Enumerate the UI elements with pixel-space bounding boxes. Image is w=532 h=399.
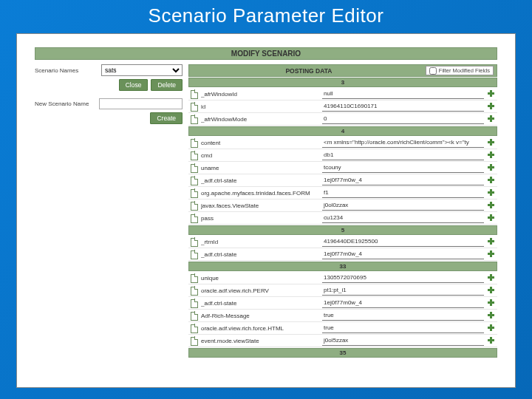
scenario-names-select[interactable]: sats — [101, 64, 183, 76]
param-name: _afrWindowId — [201, 91, 319, 98]
plus-icon[interactable] — [487, 201, 496, 210]
param-value-input[interactable] — [322, 250, 484, 259]
new-scenario-row: New Scenario Name — [35, 98, 183, 109]
plus-icon[interactable] — [487, 336, 496, 345]
scenario-names-row: Scenario Names sats — [35, 64, 183, 76]
param-value-input[interactable] — [322, 188, 484, 198]
plus-icon[interactable] — [487, 176, 496, 185]
plus-icon[interactable] — [487, 273, 496, 282]
plus-icon[interactable] — [487, 102, 496, 111]
param-name: Adf-Rich-Message — [201, 313, 319, 319]
document-icon — [190, 214, 198, 222]
filter-modified-label: Filter Modified Fields — [439, 67, 490, 74]
param-value-input[interactable] — [322, 201, 484, 211]
section-band: 35 — [188, 348, 497, 358]
document-icon — [190, 115, 198, 123]
table-row: pass — [188, 212, 497, 225]
document-icon — [190, 103, 198, 111]
param-value-input[interactable] — [322, 324, 484, 333]
param-name: javax.faces.ViewState — [201, 202, 319, 209]
param-value-input[interactable] — [322, 273, 484, 283]
param-value-input[interactable] — [322, 138, 484, 148]
param-name: org.apache.myfaces.trinidad.faces.FORM — [201, 190, 319, 197]
param-name: unique — [201, 275, 319, 282]
section-band: 5 — [188, 225, 497, 235]
document-icon — [190, 274, 198, 282]
document-icon — [190, 287, 198, 295]
plus-icon[interactable] — [487, 188, 496, 197]
scenario-names-label: Scenario Names — [35, 67, 101, 74]
param-name: id — [201, 103, 319, 110]
table-row: javax.faces.ViewState — [188, 200, 497, 212]
filter-modified-box[interactable]: Filter Modified Fields — [426, 66, 494, 75]
new-scenario-input[interactable] — [99, 98, 183, 109]
document-icon — [190, 312, 198, 320]
param-value-input[interactable] — [322, 299, 484, 308]
plus-icon[interactable] — [487, 237, 496, 246]
create-row: Create — [35, 112, 183, 124]
document-icon — [190, 250, 198, 259]
param-value-input[interactable] — [322, 163, 484, 173]
left-panel: Scenario Names sats Close Delete New Sce… — [35, 64, 183, 358]
param-value-input[interactable] — [322, 214, 484, 223]
param-name: event.mode.viewState — [201, 338, 319, 344]
plus-icon[interactable] — [487, 151, 496, 160]
table-row: content — [188, 137, 497, 149]
plus-icon[interactable] — [487, 311, 496, 320]
posting-data-title: POSTING DATA — [192, 67, 426, 75]
table-row: cmd — [188, 149, 497, 162]
table-row: event.mode.viewState — [188, 335, 497, 347]
plus-icon[interactable] — [487, 138, 496, 147]
filter-modified-checkbox[interactable] — [429, 67, 437, 75]
table-row: unique — [188, 272, 497, 284]
table-row: _adf.ctrl-state — [188, 174, 497, 187]
table-row: id — [188, 100, 497, 113]
document-icon — [190, 238, 198, 246]
new-scenario-label: New Scenario Name — [35, 100, 99, 107]
document-icon — [190, 164, 198, 172]
sections-host: 3_afrWindowIdid_afrWindowMode4contentcmd… — [188, 78, 497, 358]
plus-icon[interactable] — [487, 286, 496, 295]
plus-icon[interactable] — [487, 214, 496, 222]
right-panel: POSTING DATA Filter Modified Fields 3_af… — [188, 64, 497, 358]
delete-button[interactable]: Delete — [151, 79, 183, 91]
param-value-input[interactable] — [322, 311, 484, 321]
plus-icon[interactable] — [487, 324, 496, 332]
table-row: _adf.ctrl-state — [188, 248, 497, 261]
table-row: _afrWindowMode — [188, 113, 497, 126]
table-row: uname — [188, 162, 497, 174]
param-value-input[interactable] — [322, 102, 484, 112]
plus-icon[interactable] — [487, 89, 496, 98]
plus-icon[interactable] — [487, 163, 496, 172]
section-band: 4 — [188, 126, 497, 136]
param-value-input[interactable] — [322, 115, 484, 124]
document-icon — [190, 324, 198, 332]
table-row: oracle.adf.view.rich.PERV — [188, 284, 497, 297]
modify-scenario-header: MODIFY SCENARIO — [35, 47, 497, 60]
param-name: oracle.adf.view.rich.PERV — [201, 287, 319, 294]
plus-icon[interactable] — [487, 299, 496, 307]
param-value-input[interactable] — [322, 286, 484, 296]
create-button[interactable]: Create — [150, 112, 183, 124]
param-name: _adf.ctrl-state — [201, 300, 319, 307]
param-value-input[interactable] — [322, 336, 484, 346]
document-icon — [190, 202, 198, 210]
table-row: Adf-Rich-Message — [188, 310, 497, 322]
param-value-input[interactable] — [322, 237, 484, 247]
editor-inner: MODIFY SCENARIO Scenario Names sats Clos… — [17, 34, 515, 387]
section-band: 33 — [188, 262, 497, 271]
columns: Scenario Names sats Close Delete New Sce… — [35, 64, 497, 358]
document-icon — [190, 337, 198, 345]
plus-icon[interactable] — [487, 250, 496, 259]
param-name: oracle.adf.view.rich.force.HTML — [201, 325, 319, 332]
close-button[interactable]: Close — [119, 79, 149, 91]
plus-icon[interactable] — [487, 115, 496, 123]
table-row: org.apache.myfaces.trinidad.faces.FORM — [188, 187, 497, 200]
param-value-input[interactable] — [322, 89, 484, 99]
section-band: 3 — [188, 78, 497, 87]
table-row: _rtrnId — [188, 236, 497, 248]
param-name: cmd — [201, 152, 319, 159]
param-value-input[interactable] — [322, 151, 484, 160]
param-value-input[interactable] — [322, 176, 484, 185]
table-row: _afrWindowId — [188, 88, 497, 100]
